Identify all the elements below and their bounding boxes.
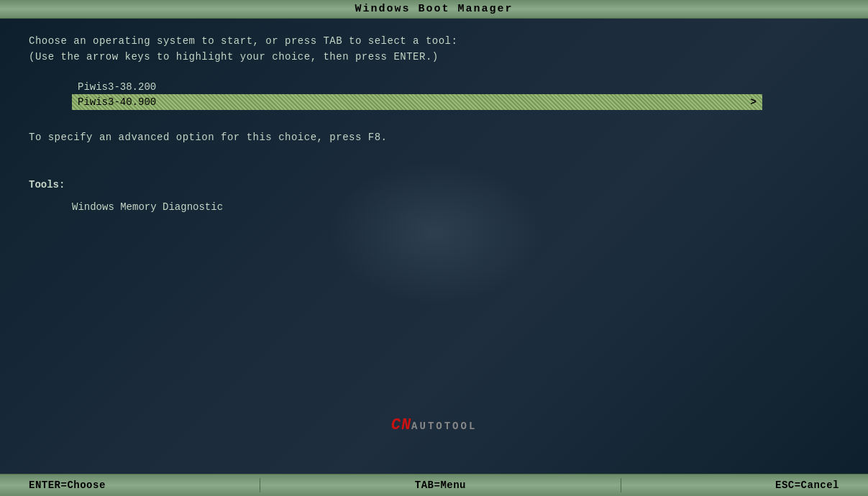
footer-tab: TAB=Menu bbox=[386, 479, 495, 491]
os-label-piwis40: Piwis3-40.900 bbox=[78, 96, 156, 108]
tools-item-memory-diagnostic[interactable]: Windows Memory Diagnostic bbox=[72, 201, 839, 213]
selection-arrow: > bbox=[751, 96, 757, 108]
footer-enter: ENTER=Choose bbox=[0, 479, 134, 491]
bottom-divider-left bbox=[260, 478, 260, 492]
tools-section: Tools: Windows Memory Diagnostic bbox=[29, 179, 839, 213]
os-list: Piwis3-38.200 Piwis3-40.900 > bbox=[72, 80, 839, 110]
watermark-cn: CN bbox=[391, 416, 411, 434]
os-label-piwis38: Piwis3-38.200 bbox=[78, 81, 156, 93]
advanced-option-text: To specify an advanced option for this c… bbox=[29, 132, 839, 143]
watermark: CNAUTOTOOL bbox=[391, 416, 478, 434]
title-bar: Windows Boot Manager bbox=[0, 0, 868, 19]
bottom-divider-right bbox=[621, 478, 621, 492]
title-text: Windows Boot Manager bbox=[355, 3, 513, 15]
os-option-piwis38[interactable]: Piwis3-38.200 bbox=[72, 80, 839, 94]
instruction-block: Choose an operating system to start, or … bbox=[29, 33, 839, 65]
tools-label: Tools: bbox=[29, 179, 839, 190]
bottom-bar: ENTER=Choose TAB=Menu ESC=Cancel bbox=[0, 474, 868, 496]
main-content: Choose an operating system to start, or … bbox=[0, 19, 868, 474]
instruction-line2: (Use the arrow keys to highlight your ch… bbox=[29, 49, 839, 65]
footer-esc: ESC=Cancel bbox=[746, 479, 868, 491]
os-option-piwis40[interactable]: Piwis3-40.900 > bbox=[72, 94, 762, 110]
boot-manager-screen: Windows Boot Manager Choose an operating… bbox=[0, 0, 868, 496]
watermark-autotool: AUTOTOOL bbox=[411, 421, 477, 432]
instruction-line1: Choose an operating system to start, or … bbox=[29, 33, 839, 49]
